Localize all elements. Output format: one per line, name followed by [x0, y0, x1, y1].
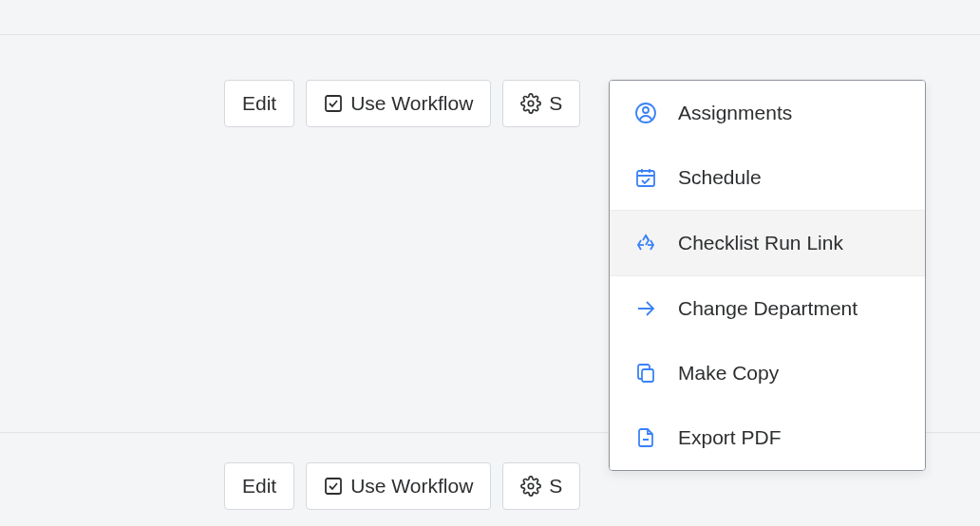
copy-icon	[634, 362, 657, 385]
calendar-icon	[634, 166, 657, 189]
menu-item-label: Checklist Run Link	[678, 232, 843, 254]
svg-rect-2	[326, 479, 341, 494]
settings-button[interactable]: S	[502, 80, 580, 127]
svg-rect-0	[326, 96, 341, 111]
svg-point-5	[643, 107, 649, 113]
edit-button[interactable]: Edit	[224, 462, 294, 510]
settings-label: S	[549, 92, 562, 115]
edit-button-label: Edit	[242, 92, 276, 115]
menu-item-label: Schedule	[678, 166, 762, 189]
toolbar: Edit Use Workflow S	[224, 80, 580, 127]
menu-item-make-copy[interactable]: Make Copy	[610, 341, 925, 405]
svg-point-3	[529, 483, 535, 489]
gear-icon	[520, 93, 541, 114]
use-workflow-label: Use Workflow	[350, 475, 473, 498]
menu-item-assignments[interactable]: Assignments	[610, 81, 925, 145]
menu-item-label: Make Copy	[678, 362, 779, 385]
use-workflow-button[interactable]: Use Workflow	[306, 80, 491, 127]
settings-label: S	[549, 475, 562, 498]
menu-item-label: Change Department	[678, 297, 858, 320]
settings-button[interactable]: S	[502, 462, 580, 510]
user-circle-icon	[634, 102, 657, 124]
svg-point-1	[529, 101, 535, 106]
checkbox-checked-icon	[324, 94, 343, 113]
toolbar: Edit Use Workflow S	[224, 462, 580, 510]
edit-button[interactable]: Edit	[224, 80, 294, 127]
arrow-right-icon	[634, 297, 657, 320]
svg-rect-6	[637, 171, 654, 186]
use-workflow-button[interactable]: Use Workflow	[306, 462, 491, 510]
menu-item-export-pdf[interactable]: Export PDF	[610, 405, 925, 470]
use-workflow-label: Use Workflow	[350, 92, 473, 115]
recycle-icon	[634, 232, 657, 254]
edit-button-label: Edit	[242, 475, 276, 498]
menu-item-change-department[interactable]: Change Department	[610, 276, 925, 341]
separator	[0, 34, 980, 35]
checkbox-checked-icon	[324, 477, 343, 496]
menu-item-schedule[interactable]: Schedule	[610, 145, 925, 210]
svg-rect-11	[642, 369, 653, 382]
gear-icon	[520, 476, 541, 497]
menu-item-label: Assignments	[678, 102, 792, 124]
settings-dropdown-menu: Assignments Schedule Checklist Run Link	[609, 80, 926, 471]
document-icon	[634, 426, 657, 449]
menu-item-checklist-run-link[interactable]: Checklist Run Link	[610, 211, 925, 275]
menu-item-label: Export PDF	[678, 426, 782, 449]
